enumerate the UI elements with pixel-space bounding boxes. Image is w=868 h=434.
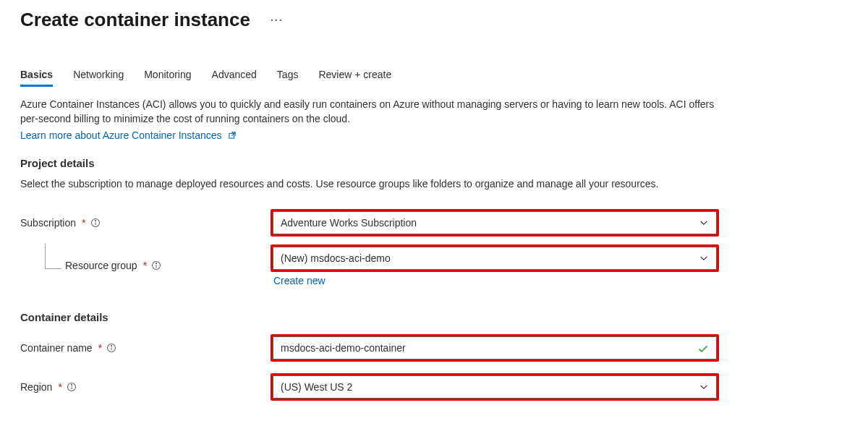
- tab-tags[interactable]: Tags: [277, 69, 299, 87]
- chevron-down-icon: [699, 218, 709, 228]
- info-icon[interactable]: [67, 382, 77, 392]
- page-title-bar: Create container instance ···: [20, 9, 868, 31]
- nested-indicator: Resource group *: [65, 260, 161, 271]
- region-label: Region: [20, 381, 52, 393]
- container-details-heading: Container details: [20, 311, 868, 323]
- learn-more-link[interactable]: Learn more about Azure Container Instanc…: [20, 129, 237, 141]
- svg-point-12: [71, 384, 72, 385]
- tab-monitoring[interactable]: Monitoring: [144, 69, 191, 87]
- highlight-subscription: Adventure Works Subscription: [271, 209, 719, 237]
- highlight-resource-group: (New) msdocs-aci-demo: [271, 244, 719, 272]
- learn-more-text: Learn more about Azure Container Instanc…: [20, 129, 222, 141]
- subscription-dropdown[interactable]: Adventure Works Subscription: [273, 211, 717, 234]
- required-asterisk: *: [143, 260, 147, 271]
- resource-group-dropdown[interactable]: (New) msdocs-aci-demo: [273, 247, 717, 270]
- chevron-down-icon: [699, 253, 709, 263]
- tab-networking[interactable]: Networking: [73, 69, 124, 87]
- project-details-heading: Project details: [20, 157, 868, 169]
- check-icon: [697, 343, 709, 354]
- required-asterisk: *: [98, 342, 102, 354]
- subscription-value: Adventure Works Subscription: [281, 217, 417, 229]
- container-name-label-col: Container name *: [20, 342, 271, 354]
- region-value: (US) West US 2: [281, 381, 352, 393]
- resource-group-label-col: Resource group *: [20, 260, 271, 271]
- svg-point-6: [156, 263, 157, 263]
- subscription-label: Subscription: [20, 217, 76, 229]
- container-name-value: msdocs-aci-demo-container: [281, 342, 406, 354]
- tab-basics[interactable]: Basics: [20, 69, 53, 87]
- page-title: Create container instance: [20, 9, 250, 31]
- intro-text: Azure Container Instances (ACI) allows y…: [20, 97, 715, 127]
- region-row: Region * (US) West US 2: [20, 370, 868, 404]
- resource-group-label: Resource group: [65, 260, 137, 271]
- resource-group-value: (New) msdocs-aci-demo: [281, 252, 391, 264]
- region-dropdown[interactable]: (US) West US 2: [273, 375, 717, 399]
- container-name-input[interactable]: msdocs-aci-demo-container: [273, 336, 717, 359]
- create-new-link[interactable]: Create new: [273, 275, 326, 286]
- highlight-region: (US) West US 2: [271, 373, 719, 401]
- container-name-row: Container name * msdocs-aci-demo-contain…: [20, 331, 868, 365]
- info-icon[interactable]: [151, 260, 161, 271]
- svg-point-9: [111, 345, 112, 346]
- info-icon[interactable]: [90, 218, 101, 228]
- external-link-icon: [228, 131, 237, 140]
- wizard-tabs: Basics Networking Monitoring Advanced Ta…: [20, 69, 868, 87]
- project-details-desc: Select the subscription to manage deploy…: [20, 176, 715, 191]
- highlight-container-name: msdocs-aci-demo-container: [271, 334, 719, 362]
- required-asterisk: *: [82, 217, 85, 229]
- info-icon[interactable]: [106, 343, 116, 353]
- chevron-down-icon: [699, 382, 709, 392]
- tab-review-create[interactable]: Review + create: [318, 69, 391, 87]
- subscription-label-col: Subscription *: [20, 217, 271, 229]
- more-menu-icon[interactable]: ···: [271, 14, 284, 26]
- resource-group-row: Resource group * (New) msdocs-aci-demo C…: [20, 244, 868, 286]
- subscription-row: Subscription * Adventure Works Subscript…: [20, 205, 868, 240]
- required-asterisk: *: [58, 381, 61, 393]
- tab-advanced[interactable]: Advanced: [212, 69, 257, 87]
- container-name-label: Container name: [20, 342, 93, 354]
- region-label-col: Region *: [20, 381, 271, 393]
- svg-point-3: [95, 220, 95, 221]
